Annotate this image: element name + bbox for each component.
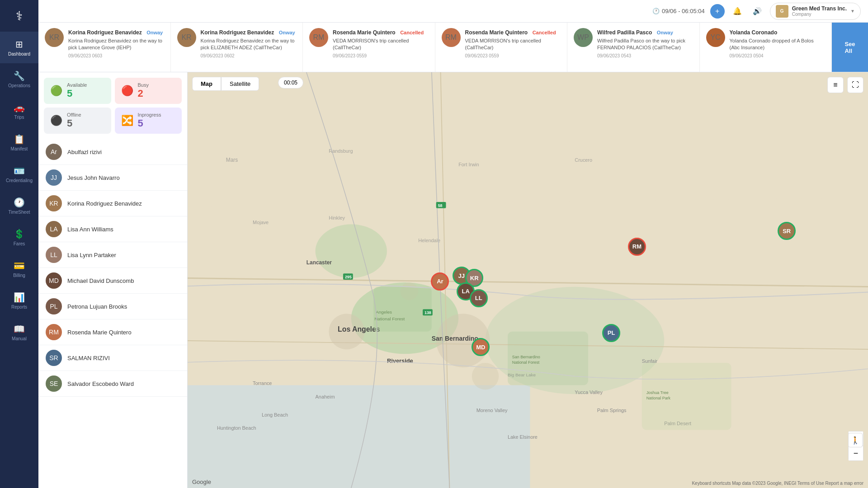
status-card-inprogress[interactable]: 🔀 Inprogress 5 [115,108,182,134]
map-fullscreen-button[interactable]: ⛶ [847,77,863,93]
svg-text:Riverside: Riverside [387,357,413,364]
status-card-available[interactable]: 🟢 Available 5 [44,78,111,104]
manifest-icon: 📋 [14,134,25,145]
notification-item-2[interactable]: RM Rosenda Marie Quintero Cancelled VEDA… [303,23,435,72]
street-view-button[interactable]: 🚶 [848,433,863,447]
offline-status-icon: ⚫ [50,115,62,127]
driver-item-6[interactable]: PL Petrona Lujuan Brooks [38,294,187,319]
svg-text:National Forest: National Forest [512,360,540,365]
company-badge[interactable]: G Green Med Trans Inc. Company ▼ [770,3,861,20]
volume-button[interactable]: 🔊 [750,4,764,19]
map-pin-6[interactable]: PL [602,324,620,342]
busy-status-icon: 🔴 [121,85,133,97]
driver-item-0[interactable]: Ar Abulfazl rizivi [38,139,187,165]
left-panel: 🟢 Available 5 🔴 Busy 2 ⚫ Offline 5 🔀 Inp… [38,72,188,488]
header: 🕐 09/06 - 06:05:04 + 🔔 🔊 G Green Med Tra… [38,0,868,23]
notif-text: Yolanda Coronado dropped of A Bolos (Abc… [730,38,826,52]
notification-item-4[interactable]: WP Wilfred Padilla Pasco Onway Wilfred P… [567,23,700,72]
google-logo: Google [192,478,211,486]
reports-icon: 📊 [14,292,25,303]
see-all-button[interactable]: SeeAll [832,23,868,72]
svg-text:Helendale: Helendale [418,238,440,243]
svg-text:Lake Elsinore: Lake Elsinore [508,434,538,440]
sidebar-item-operations[interactable]: 🔧 Operations [0,63,38,95]
driver-item-3[interactable]: LA Lisa Ann Williams [38,216,187,242]
svg-text:58: 58 [438,203,443,208]
map-pin-8[interactable]: SR [778,222,796,240]
status-label: Busy [138,82,149,88]
driver-name: Lisa Ann Williams [67,226,113,233]
status-count: 5 [138,117,161,129]
add-button[interactable]: + [710,4,725,19]
driver-name: SALMAN RIZIVI [67,355,110,361]
driver-avatar: SE [46,375,62,392]
notif-text: Wilfred Padilla Pasco on the way to pick… [597,38,693,52]
status-grid: 🟢 Available 5 🔴 Busy 2 ⚫ Offline 5 🔀 Inp… [38,72,187,139]
driver-item-1[interactable]: JJ Jesus John Navarro [38,165,187,191]
notif-name: Korina Rodriguez Benavidez [201,29,274,36]
driver-item-9[interactable]: SE Salvador Escobedo Ward [38,371,187,397]
map-pin-7[interactable]: RM [628,238,646,256]
status-card-offline[interactable]: ⚫ Offline 5 [44,108,111,134]
driver-item-7[interactable]: RM Rosenda Marie Quintero [38,319,187,345]
notif-header: Rosenda Marie Quintero Cancelled [333,28,429,36]
svg-rect-1 [188,385,530,488]
time-display: 09/06 - 06:05:04 [662,8,705,14]
logo-icon: ⚕ [16,9,23,23]
svg-text:National Park: National Park [646,396,671,400]
driver-name: Lisa Lynn Partaker [67,252,116,258]
driver-avatar: MD [46,272,62,289]
map-footer: Keyboard shortcuts Map data ©2023 Google… [692,481,863,486]
dashboard-icon: ⊞ [15,39,23,50]
driver-avatar: JJ [46,169,62,186]
sidebar-item-fares[interactable]: 💲 Fares [0,221,38,253]
notification-bar: KR Korina Rodriguez Benavidez Onway Kori… [38,23,868,72]
status-card-busy[interactable]: 🔴 Busy 2 [115,78,182,104]
sidebar-item-reports[interactable]: 📊 Reports [0,285,38,316]
notifications-button[interactable]: 🔔 [730,4,745,19]
svg-text:Torrance: Torrance [253,380,272,386]
notification-item-0[interactable]: KR Korina Rodriguez Benavidez Onway Kori… [38,23,171,72]
notif-name: Korina Rodriguez Benavidez [68,29,142,36]
sidebar-item-label: Reports [11,305,27,310]
sidebar-item-timesheet[interactable]: 🕐 TimeSheet [0,190,38,221]
driver-name: Petrona Lujuan Brooks [67,303,127,310]
sidebar-item-manifest[interactable]: 📋 Manifest [0,127,38,158]
map-pin-0[interactable]: Ar [431,272,449,291]
driver-avatar: KR [46,195,62,211]
notif-status: Onway [657,30,673,35]
map-pin-4[interactable]: LL [470,289,488,307]
inprogress-status-icon: 🔀 [121,115,133,127]
company-logo: G [776,5,788,18]
map-pin-5[interactable]: MD [472,338,490,356]
sidebar-item-credentialing[interactable]: 🪪 Credentialing [0,158,38,190]
map-tab-satellite[interactable]: Satellite [221,77,259,91]
driver-list: Ar Abulfazl rizivi JJ Jesus John Navarro… [38,139,187,397]
driver-item-2[interactable]: KR Korina Rodriguez Benavidez [38,191,187,216]
status-info: Busy 2 [138,82,149,99]
sidebar-item-trips[interactable]: 🚗 Trips [0,95,38,127]
svg-text:Palm Springs: Palm Springs [597,408,627,413]
notif-name: Rosenda Marie Quintero [333,29,396,36]
sidebar-item-dashboard[interactable]: ⊞ Dashboard [0,32,38,63]
svg-text:Huntington Beach: Huntington Beach [217,425,256,431]
driver-item-4[interactable]: LL Lisa Lynn Partaker [38,242,187,268]
notif-header: Korina Rodriguez Benavidez Onway [201,28,297,36]
status-count: 5 [67,117,81,129]
notification-item-3[interactable]: RM Rosenda Marie Quintero Cancelled VEDA… [435,23,568,72]
notif-text: Korina Rodriguez Benavidez on the way to… [68,38,164,52]
notification-item-1[interactable]: KR Korina Rodriguez Benavidez Onway Kori… [171,23,303,72]
notification-item-5[interactable]: YC Yolanda Coronado Yolanda Coronado dro… [700,23,832,72]
map-zoom-out-button[interactable]: − [849,446,863,460]
notif-status: Onway [146,30,163,35]
sidebar-item-manual[interactable]: 📖 Manual [0,316,38,348]
sidebar-item-label: Operations [8,83,30,88]
sidebar-item-billing[interactable]: 💳 Billing [0,253,38,285]
sidebar-item-label: Manual [12,336,27,341]
status-count: 5 [67,88,87,99]
driver-item-8[interactable]: SR SALMAN RIZIVI [38,345,187,371]
svg-text:Yucca Valley: Yucca Valley [575,389,603,395]
driver-item-5[interactable]: MD Michael David Dunscomb [38,268,187,294]
map-tab-map[interactable]: Map [192,77,221,91]
map-filter-button[interactable]: ≡ [827,77,844,93]
